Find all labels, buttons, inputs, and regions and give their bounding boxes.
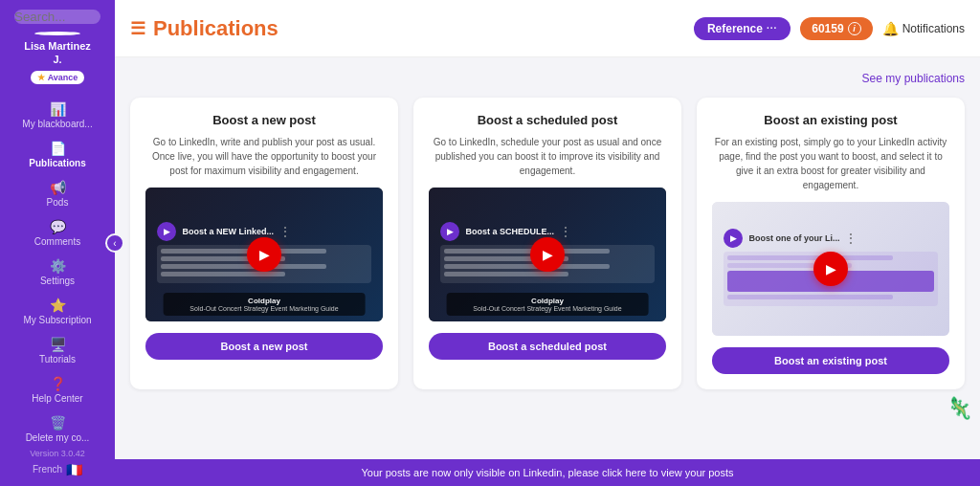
topbar-right: Reference ··· 60159 i 🔔 Notifications (694, 17, 965, 40)
delete-icon: 🗑️ (50, 415, 66, 431)
main-content: ☰ Publications Reference ··· 60159 i 🔔 N… (115, 0, 980, 486)
card-desc: For an existing post, simply go to your … (712, 135, 949, 192)
video-thumbnail-new[interactable]: ▶ Boost a NEW Linked... ⋮ ▶ C (145, 188, 383, 321)
user-name: Lisa Martinez J. (24, 39, 91, 67)
sidebar-item-label: Delete my co... (26, 432, 90, 443)
blackboard-icon: 📊 (50, 101, 66, 117)
boost-scheduled-post-button[interactable]: Boost a scheduled post (429, 333, 666, 360)
bottom-bar-message: Your posts are now only visible on Linke… (361, 467, 733, 478)
card-new-post: Boost a new post Go to LinkedIn, write a… (130, 98, 398, 389)
card-existing-post: Boost an existing post For an existing p… (697, 98, 965, 389)
reference-button[interactable]: Reference ··· (694, 17, 791, 40)
card-scheduled-post: Boost a scheduled post Go to LinkedIn, s… (413, 98, 681, 389)
video-artist: Coldplay (169, 297, 360, 305)
comments-icon: 💬 (50, 219, 66, 234)
reference-label: Reference (707, 22, 763, 35)
video-dots-icon: ⋮ (279, 225, 291, 238)
sidebar-collapse-button[interactable]: ‹ (105, 233, 124, 253)
sidebar-item-delete[interactable]: 🗑️ Delete my co... (0, 409, 115, 449)
see-publications: See my publications (130, 69, 965, 86)
page-title-text: Publications (153, 16, 278, 41)
reference-dots: ··· (767, 23, 777, 33)
card-desc: Go to LinkedIn, schedule your post as us… (429, 135, 666, 178)
notifications-button[interactable]: 🔔 Notifications (882, 21, 965, 36)
card-title: Boost an existing post (764, 113, 897, 127)
credits-value: 60159 (812, 22, 843, 35)
video-avatar-icon: ▶ (440, 222, 459, 241)
video-bottom: Coldplay Sold-Out Concert Strategy Event… (447, 293, 649, 316)
notifications-label: Notifications (902, 22, 965, 35)
sidebar-item-tutorials[interactable]: 🖥️ Tutorials (0, 331, 115, 370)
credits-info-icon[interactable]: i (848, 22, 861, 35)
sidebar-item-label: Comments (34, 236, 80, 247)
play-button[interactable]: ▶ (247, 237, 281, 272)
mascot-icon: 🦎 (947, 396, 972, 421)
credit-badge: 60159 i (800, 17, 872, 40)
avance-badge: Avance (31, 71, 85, 84)
video-bottom: Coldplay Sold-Out Concert Strategy Event… (164, 293, 366, 316)
video-avatar-icon: ▶ (157, 222, 176, 241)
video-thumbnail-scheduled[interactable]: ▶ Boost a SCHEDULE... ⋮ ▶ Col (429, 188, 666, 321)
sidebar-item-label: Tutorials (39, 354, 76, 364)
sidebar-item-comments[interactable]: 💬 Comments (0, 213, 115, 253)
cards-row: Boost a new post Go to LinkedIn, write a… (130, 98, 965, 389)
publications-icon: 📄 (50, 141, 66, 156)
flag-icon: 🇫🇷 (66, 462, 82, 477)
video-header: ▶ Boost one of your Li... ⋮ (724, 229, 857, 248)
sidebar-item-my-blackboard[interactable]: 📊 My blackboard... (0, 96, 115, 135)
video-avatar-icon: ▶ (724, 229, 743, 248)
sidebar-item-help-center[interactable]: ❓ Help Center (0, 370, 115, 409)
card-title: Boost a new post (212, 113, 316, 127)
bottom-bar[interactable]: Your posts are now only visible on Linke… (115, 459, 980, 486)
sidebar-item-label: My Subscription (23, 315, 91, 325)
content-area: See my publications Boost a new post Go … (115, 57, 980, 459)
video-title-text: Boost a SCHEDULE... (465, 227, 554, 236)
card-desc: Go to LinkedIn, write and publish your p… (145, 135, 383, 178)
sidebar-item-label: Help Center (32, 393, 82, 404)
sidebar-item-label: Publications (29, 158, 85, 168)
see-publications-link[interactable]: See my publications (862, 72, 965, 85)
card-title: Boost a scheduled post (478, 113, 618, 127)
sidebar-item-label: Settings (40, 276, 75, 286)
page-title: ☰ Publications (130, 16, 694, 41)
search-input[interactable] (14, 10, 100, 24)
bell-icon: 🔔 (882, 21, 899, 36)
play-button[interactable]: ▶ (530, 237, 565, 272)
publications-title-icon: ☰ (130, 18, 145, 39)
video-title-text: Boost one of your Li... (748, 233, 839, 243)
sidebar: 👩 Lisa Martinez J. Avance 📊 My blackboar… (0, 0, 115, 486)
subscription-icon: ⭐ (50, 298, 66, 313)
boost-existing-post-button[interactable]: Boost an existing post (712, 347, 949, 374)
tutorials-icon: 🖥️ (50, 337, 66, 352)
settings-icon: ⚙️ (50, 258, 66, 274)
play-button[interactable]: ▶ (813, 252, 848, 286)
video-artist: Coldplay (453, 297, 643, 305)
video-dots-icon: ⋮ (845, 232, 857, 245)
video-title-text: Boost a NEW Linked... (182, 227, 274, 236)
help-icon: ❓ (50, 376, 66, 391)
video-dots-icon: ⋮ (560, 225, 571, 238)
sidebar-item-label: Pods (47, 197, 69, 208)
video-subtitle: Sold-Out Concert Strategy Event Marketin… (453, 305, 643, 312)
avatar: 👩 (34, 32, 80, 35)
sidebar-bottom: Version 3.0.42 French 🇫🇷 (0, 449, 115, 477)
sidebar-item-label: My blackboard... (22, 119, 92, 129)
version-text: Version 3.0.42 (30, 449, 85, 458)
boost-new-post-button[interactable]: Boost a new post (145, 333, 383, 360)
language-label: French (33, 464, 62, 475)
sidebar-item-settings[interactable]: ⚙️ Settings (0, 253, 115, 292)
sidebar-item-pods[interactable]: 📢 Pods (0, 174, 115, 213)
sidebar-item-my-subscription[interactable]: ⭐ My Subscription (0, 292, 115, 331)
topbar: ☰ Publications Reference ··· 60159 i 🔔 N… (115, 0, 980, 57)
video-subtitle: Sold-Out Concert Strategy Event Marketin… (169, 305, 360, 312)
video-thumbnail-existing[interactable]: ▶ Boost one of your Li... ⋮ ▶ (712, 202, 949, 336)
pods-icon: 📢 (50, 180, 66, 195)
sidebar-item-publications[interactable]: 📄 Publications (0, 135, 115, 174)
